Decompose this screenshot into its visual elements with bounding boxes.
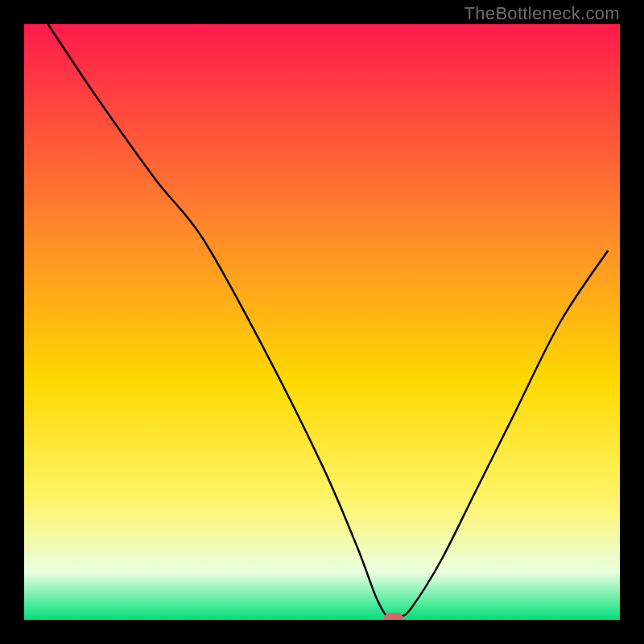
bottleneck-curve <box>24 24 620 620</box>
plot-area <box>24 24 620 620</box>
optimal-marker <box>384 613 403 620</box>
chart-frame: TheBottleneck.com <box>0 0 644 644</box>
watermark-label: TheBottleneck.com <box>464 3 620 24</box>
